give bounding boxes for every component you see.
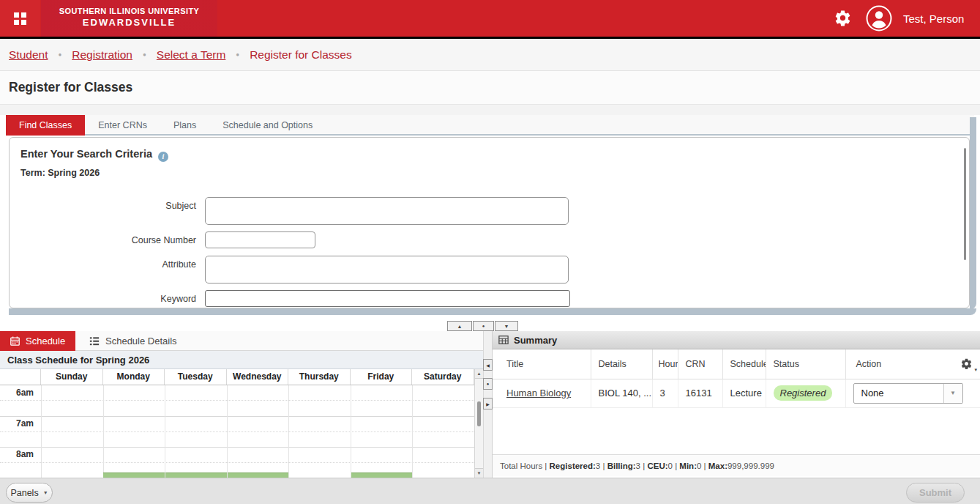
day-header-tuesday: Tuesday [165,369,227,385]
class-block-tuesday [165,472,227,478]
course-crn: 16131 [678,379,722,407]
breadcrumb-select-a-term[interactable]: Select a Term [157,48,225,62]
summary-table: Title Details Hours CRN Schedule Status … [493,349,980,408]
user-name[interactable]: Test, Person [903,0,964,37]
calendar-icon [10,336,20,346]
col-schedule: Schedule [722,349,766,379]
schedule-scrollbar[interactable]: ▲ ▼ [474,369,483,478]
attribute-input[interactable] [205,256,569,284]
summary-settings-gear-icon[interactable]: ▾ [960,357,973,373]
summary-panel: Summary Title Details Hours CRN Schedule… [493,331,980,478]
splitter-expand-down-button[interactable]: ▼ [495,321,518,331]
settings-gear-icon[interactable] [834,9,852,27]
course-schedule-type: Lecture [722,379,766,407]
totals-min-label: Min: [679,462,697,470]
calendar-grid: 6am 7am 8am [0,385,474,478]
scrollbar-down-arrow[interactable]: ▼ [475,468,483,478]
table-icon [498,335,509,345]
info-icon[interactable]: i [158,152,168,162]
course-number-label: Course Number [108,235,196,245]
action-dropdown-value: None [861,384,884,403]
summary-title: Summary [514,335,557,346]
class-block-monday [103,472,165,478]
panels-button[interactable]: Panels ▼ [6,483,53,503]
col-crn: CRN [678,349,722,379]
breadcrumb-registration[interactable]: Registration [72,48,132,62]
keyword-label: Keyword [108,294,196,304]
breadcrumb-separator: ● [143,51,146,58]
course-details: BIOL 140, ... [591,379,652,407]
hour-row-7am [0,416,474,447]
totals-prefix: Total Hours [500,462,542,470]
splitter-reset-button[interactable]: ● [473,321,494,331]
day-header-friday: Friday [351,369,413,385]
day-header-sunday: Sunday [41,369,103,385]
totals-billing-label: Billing: [607,462,636,470]
col-details: Details [591,349,652,379]
list-icon [89,336,100,346]
vertical-splitter[interactable]: ◀ ● ▶ [483,331,493,478]
summary-row: Human Biology BIOL 140, ... 3 16131 Lect… [493,379,980,407]
submit-button[interactable]: Submit [906,483,965,503]
apps-menu-button[interactable] [0,0,40,37]
day-header-wednesday: Wednesday [227,369,289,385]
university-logo[interactable]: SOUTHERN ILLINOIS UNIVERSITY EDWARDSVILL… [41,0,217,37]
institution-name: SOUTHERN ILLINOIS UNIVERSITY [41,7,217,15]
summary-totals: Total Hours | Registered: 3 | Billing: 3… [493,454,980,476]
tab-plans[interactable]: Plans [160,115,209,136]
splitter-collapse-left-button[interactable]: ◀ [483,359,493,371]
splitter-center-button[interactable]: ● [483,378,493,390]
col-status: Status [766,349,845,379]
summary-header-row: Title Details Hours CRN Schedule Status … [493,349,980,379]
totals-max-value: 999,999.999 [727,462,774,470]
title-gap [0,105,980,115]
class-block-wednesday [228,472,288,478]
tab-schedule-details[interactable]: Schedule Details [79,331,177,351]
user-avatar-icon[interactable] [866,5,892,32]
term-label: Term: Spring 2026 [20,168,100,178]
register-for-classes-app: SOUTHERN ILLINOIS UNIVERSITY EDWARDSVILL… [0,0,980,504]
totals-ceu-value: 0 [668,462,673,470]
summary-header: Summary [493,331,980,349]
subject-input[interactable] [205,197,569,225]
splitter-collapse-right-button[interactable]: ▶ [483,398,493,410]
institution-campus: EDWARDSVILLE [41,17,217,28]
calendar-day-header: Sunday Monday Tuesday Wednesday Thursday… [0,369,474,385]
breadcrumb-separator: ● [58,51,61,58]
splitter-expand-up-button[interactable]: ▲ [447,321,472,331]
breadcrumb-student[interactable]: Student [9,48,48,62]
tab-enter-crns[interactable]: Enter CRNs [85,115,160,136]
time-label-7am: 7am [0,418,34,429]
tab-find-classes[interactable]: Find Classes [6,115,85,136]
course-title-link[interactable]: Human Biology [506,388,571,399]
totals-min-value: 0 [697,462,701,470]
time-label-6am: 6am [0,388,34,398]
keyword-input[interactable] [205,290,570,307]
scrollbar-thumb[interactable] [477,401,481,426]
section-frame-right [970,117,976,309]
totals-registered-value: 3 [596,462,600,470]
schedule-caption: Class Schedule for Spring 2026 [0,351,483,369]
schedule-tabbar: Schedule Schedule Details [0,331,483,351]
tab-schedule[interactable]: Schedule [0,331,75,351]
col-hours: Hours [652,349,678,379]
bottom-bar: Panels ▼ Submit [0,478,980,504]
time-label-8am: 8am [0,449,34,459]
section-splitter-horizontal[interactable] [9,308,976,315]
course-hours: 3 [652,379,678,407]
tab-schedule-and-options[interactable]: Schedule and Options [209,115,326,136]
scrollbar-up-arrow[interactable]: ▲ [475,369,483,379]
schedule-panel: Schedule Schedule Details Class Schedule… [0,331,483,478]
action-dropdown[interactable]: None ▼ [853,383,963,404]
course-number-input[interactable] [205,231,315,248]
col-title: Title [493,349,591,379]
panels-button-label: Panels [10,488,38,498]
apps-grid-icon [14,12,26,25]
totals-max-label: Max: [708,462,727,470]
panel-scrollbar-thumb[interactable] [964,148,966,260]
breadcrumb-separator: ● [236,51,239,58]
app-header: SOUTHERN ILLINOIS UNIVERSITY EDWARDSVILL… [0,0,980,37]
class-block-friday [351,472,412,478]
tab-schedule-details-label: Schedule Details [105,336,177,346]
breadcrumb-current: Register for Classes [250,48,352,62]
